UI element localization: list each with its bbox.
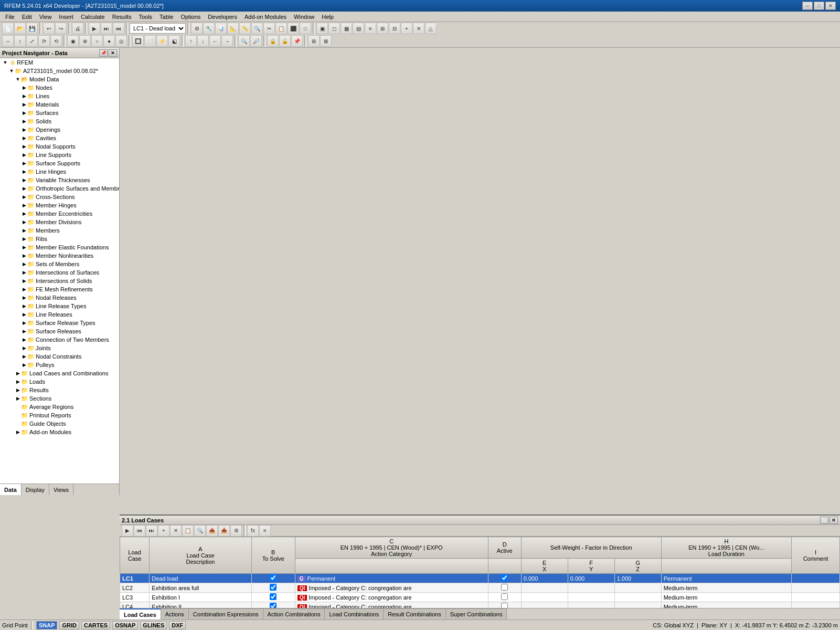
menu-view[interactable]: View: [36, 13, 55, 21]
tree-cross-sections[interactable]: ▶ 📁 Cross-Sections: [0, 193, 119, 201]
menu-file[interactable]: File: [2, 13, 18, 21]
tb2-20[interactable]: 🔎: [250, 35, 262, 47]
bt-9[interactable]: 📥: [218, 525, 230, 537]
tb2-25[interactable]: ⊠: [320, 35, 332, 47]
menu-insert[interactable]: Insert: [56, 13, 77, 21]
tb-d8[interactable]: +: [401, 23, 412, 34]
expand-nodal-supports[interactable]: ▶: [21, 143, 27, 150]
minimize-btn[interactable]: ─: [802, 2, 813, 10]
tree-loads[interactable]: ▶ 📁 Loads: [0, 377, 119, 386]
tree-pulleys[interactable]: ▶ 📁 Pulleys: [0, 361, 119, 369]
tree-load-cases[interactable]: ▶ 📁 Load Cases and Combinations: [0, 369, 119, 377]
expand-member-divisions[interactable]: ▶: [21, 219, 27, 225]
expand-member-elastic[interactable]: ▶: [21, 244, 27, 250]
lc4-active[interactable]: [488, 602, 521, 608]
tree-guide-objects[interactable]: ▶ 📁 Guide Objects: [0, 419, 119, 428]
tree-var-thick[interactable]: ▶ 📁 Variable Thicknesses: [0, 176, 119, 184]
expand-solids[interactable]: ▶: [21, 118, 27, 124]
tree-member-hinges[interactable]: ▶ 📁 Member Hinges: [0, 201, 119, 209]
dxf-btn[interactable]: DXF: [169, 621, 186, 629]
tree-member-elastic[interactable]: ▶ 📁 Member Elastic Foundations: [0, 243, 119, 251]
tab-data[interactable]: Data: [0, 484, 22, 495]
expand-materials[interactable]: ▶: [21, 101, 27, 108]
tree-rfem[interactable]: ▼ 🖥 RFEM: [0, 58, 119, 67]
tree-sets-of-members[interactable]: ▶ 📁 Sets of Members: [0, 260, 119, 268]
expand-nodal-constraints[interactable]: ▶: [21, 353, 27, 360]
tb-print[interactable]: 🖨: [72, 23, 83, 34]
tb-d4[interactable]: ▤: [353, 23, 364, 34]
bt-10[interactable]: ⚙: [230, 525, 242, 537]
bt-6[interactable]: 📋: [182, 525, 194, 537]
tb2-3[interactable]: ⤢: [26, 35, 38, 47]
bottom-panel-close-btn[interactable]: ✕: [830, 517, 838, 524]
tree-surface-supports[interactable]: ▶ 📁 Surface Supports: [0, 159, 119, 167]
expand-openings[interactable]: ▶: [21, 127, 27, 133]
tb-undo[interactable]: ↩: [43, 23, 55, 34]
tb2-15[interactable]: ↑: [185, 35, 197, 47]
tb2-1[interactable]: ↔: [2, 35, 14, 47]
tb-c7[interactable]: ✂: [263, 23, 275, 34]
expand-results[interactable]: ▶: [15, 387, 21, 393]
tb2-10[interactable]: ◎: [115, 35, 127, 47]
tb-save[interactable]: 💾: [26, 23, 38, 34]
expand-connection-two-members[interactable]: ▶: [21, 337, 27, 343]
expand-member-nonlin[interactable]: ▶: [21, 253, 27, 259]
tree-surfaces[interactable]: ▶ 📁 Surfaces: [0, 109, 119, 117]
expand-nodes[interactable]: ▶: [21, 85, 27, 91]
tree-nodes[interactable]: ▶ 📁 Nodes: [0, 83, 119, 92]
lc1-active[interactable]: [488, 574, 521, 583]
tab-views[interactable]: Views: [49, 484, 73, 495]
expand-addon-modules[interactable]: ▶: [15, 429, 21, 435]
cartes-btn[interactable]: CARTES: [81, 621, 110, 629]
tb-d2[interactable]: ◻: [328, 23, 340, 34]
tree-lines[interactable]: ▶ 📁 Lines: [0, 92, 119, 100]
tree-nodal-releases[interactable]: ▶ 📁 Nodal Releases: [0, 293, 119, 302]
expand-cavities[interactable]: ▶: [21, 135, 27, 141]
menu-table[interactable]: Table: [156, 13, 176, 21]
bt-11[interactable]: fx: [247, 525, 259, 537]
bottom-panel-float-btn[interactable]: ⬜: [820, 517, 828, 524]
restore-btn[interactable]: □: [814, 2, 824, 10]
expand-surface-supports[interactable]: ▶: [21, 160, 27, 166]
tb-d6[interactable]: ⊞: [377, 23, 388, 34]
tree-model[interactable]: ▼ 📁 A2T231015_model 00.08.02*: [0, 67, 119, 75]
expand-nodal-releases[interactable]: ▶: [21, 295, 27, 301]
tb-d7[interactable]: ⊟: [389, 23, 400, 34]
tree-joints[interactable]: ▶ 📁 Joints: [0, 344, 119, 352]
tb2-5[interactable]: ⟲: [50, 35, 62, 47]
expand-load-cases[interactable]: ▶: [15, 370, 21, 376]
tree-line-supports[interactable]: ▶ 📁 Line Supports: [0, 151, 119, 159]
tb-c3[interactable]: 📊: [215, 23, 227, 34]
tb2-19[interactable]: 🔍: [238, 35, 250, 47]
tree-line-hinges[interactable]: ▶ 📁 Line Hinges: [0, 167, 119, 176]
tree-scroll[interactable]: ▼ 🖥 RFEM ▼ 📁 A2T231015_model 00.08.02* ▼…: [0, 58, 119, 484]
lc3-solve[interactable]: [251, 593, 295, 602]
expand-member-eccentricities[interactable]: ▶: [21, 211, 27, 217]
osnap-btn[interactable]: OSNAP: [112, 621, 138, 629]
tb2-24[interactable]: ⊞: [308, 35, 320, 47]
tree-fe-mesh[interactable]: ▶ 📁 FE Mesh Refinements: [0, 285, 119, 293]
expand-line-supports[interactable]: ▶: [21, 152, 27, 158]
expand-intersect-solids[interactable]: ▶: [21, 278, 27, 284]
tb2-8[interactable]: ○: [91, 35, 103, 47]
tree-openings[interactable]: ▶ 📁 Openings: [0, 125, 119, 134]
tb-b3[interactable]: ⏮: [113, 23, 124, 34]
tb-c8[interactable]: 📋: [275, 23, 287, 34]
tb-c5[interactable]: 📏: [239, 23, 251, 34]
tb2-16[interactable]: ↓: [197, 35, 209, 47]
expand-sections[interactable]: ▶: [15, 395, 21, 402]
expand-line-hinges[interactable]: ▶: [21, 169, 27, 175]
tb-b2[interactable]: ⏭: [101, 23, 112, 34]
tab-combination-expressions[interactable]: Combination Expressions: [189, 608, 263, 620]
tb-d3[interactable]: ▦: [341, 23, 352, 34]
tb-c2[interactable]: 🔧: [203, 23, 215, 34]
tab-result-combinations[interactable]: Result Combinations: [384, 608, 446, 620]
expand-intersect-surfaces[interactable]: ▶: [21, 269, 27, 276]
lc3-active[interactable]: [488, 593, 521, 602]
table-row-lc2[interactable]: LC2 Exhibition area full QI Imposed - Ca…: [120, 583, 840, 593]
tab-action-combinations[interactable]: Action Combinations: [263, 608, 325, 620]
tb-new[interactable]: 📄: [2, 23, 14, 34]
menu-results[interactable]: Results: [109, 13, 135, 21]
expand-sets-of-members[interactable]: ▶: [21, 261, 27, 267]
tree-solids[interactable]: ▶ 📁 Solids: [0, 117, 119, 125]
